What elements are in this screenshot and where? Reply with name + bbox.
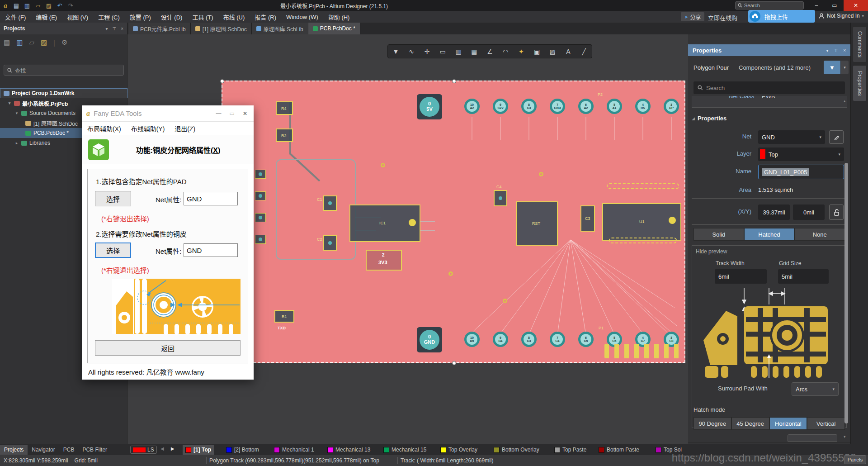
panel-tab-pcb[interactable]: PCB: [59, 445, 79, 455]
measure-icon[interactable]: ∠: [483, 48, 496, 55]
x-field[interactable]: 39.37mil: [758, 204, 790, 220]
menu-view[interactable]: 视图 (V): [62, 13, 93, 21]
menu-place[interactable]: 放置 (P): [125, 13, 156, 21]
component-c2[interactable]: C2: [323, 235, 337, 251]
layer-set-button[interactable]: LS: [130, 446, 157, 454]
component-r4[interactable]: R4: [276, 101, 293, 115]
select-area-icon[interactable]: ▭: [436, 48, 449, 55]
properties-search[interactable]: Search: [693, 81, 845, 94]
pad[interactable]: 9SV2: [493, 99, 508, 114]
filter-caret-button[interactable]: ▾: [841, 61, 849, 74]
save-icon[interactable]: ▤: [11, 2, 22, 9]
panel-tab-pcb-filter[interactable]: PCB Filter: [78, 445, 111, 455]
net-class-row-clipped[interactable]: Net Class PWR: [692, 96, 847, 108]
online-store-link[interactable]: 立即在线购: [708, 13, 737, 22]
pad[interactable]: 4RS: [635, 99, 651, 114]
layer-tab-mech15[interactable]: Mechanical 15: [381, 445, 429, 455]
panel-pin-icon[interactable]: ⊤: [112, 26, 116, 31]
fill-none-button[interactable]: None: [794, 228, 845, 241]
text-icon[interactable]: A: [562, 48, 575, 55]
via[interactable]: [448, 271, 453, 276]
filter-icon[interactable]: ▼: [389, 48, 402, 55]
layer-next-icon[interactable]: ▶: [171, 446, 175, 451]
pcb-board-polygon[interactable]: 05V 0GND 10A2 9SV2 8C3 7GND 6A2 5A1 4RS …: [222, 81, 685, 363]
panel-tab-projects[interactable]: Projects: [0, 445, 28, 455]
component-3v3[interactable]: 2 3V3: [366, 250, 402, 271]
polygon-pour-icon[interactable]: ▨: [546, 48, 559, 55]
key-icon[interactable]: ✦: [515, 48, 528, 55]
move-icon[interactable]: ✛: [421, 48, 434, 55]
component-c4[interactable]: C4: [494, 190, 507, 206]
layer-tab-bottom-paste[interactable]: Bottom Paste: [596, 445, 642, 455]
expander-icon[interactable]: ▾: [7, 101, 12, 105]
section-properties[interactable]: ◢ Properties: [692, 115, 726, 122]
fill-solid-button[interactable]: Solid: [693, 228, 744, 241]
pad[interactable]: 6A2: [578, 99, 594, 114]
select-pad-button[interactable]: 选择: [95, 191, 131, 206]
open-icon[interactable]: ▱: [29, 38, 34, 47]
lock-button[interactable]: [829, 204, 844, 220]
dialog-title-bar[interactable]: a Fany EDA Tools — ▭ ✕: [82, 105, 254, 122]
panels-button[interactable]: Panels: [844, 455, 866, 464]
y-field[interactable]: 0mil: [793, 204, 825, 220]
grid-icon[interactable]: ▦: [468, 48, 481, 55]
undo-icon[interactable]: ↶: [54, 2, 65, 9]
open-icon[interactable]: ▱: [33, 2, 43, 9]
pad[interactable]: 8C3: [521, 332, 537, 347]
compare-icon[interactable]: ▥: [16, 38, 23, 47]
net-select[interactable]: GND▾: [758, 130, 825, 144]
net-highlight-icon[interactable]: ∿: [405, 48, 418, 55]
save-icon[interactable]: ▤: [4, 38, 10, 47]
via[interactable]: [539, 172, 543, 176]
layer-tab-mech13[interactable]: Mechanical 13: [325, 445, 373, 455]
global-search[interactable]: Search: [735, 1, 804, 10]
component-r2[interactable]: R2: [276, 128, 293, 142]
component-c3[interactable]: C3: [580, 205, 595, 232]
selection-handle[interactable]: [220, 79, 224, 83]
layer-tab-mech1[interactable]: Mechanical 1: [271, 445, 317, 455]
menu-window[interactable]: Window (W): [281, 14, 323, 20]
share-button[interactable]: ➤ 分享: [681, 12, 704, 21]
inductor-footprint[interactable]: [609, 238, 677, 243]
pad[interactable]: 3DP: [664, 99, 679, 114]
tab-schdoc[interactable]: [1] 原理图.SchDoc: [191, 23, 252, 34]
expander-icon[interactable]: ▾: [14, 111, 19, 115]
dialog-menu-exit[interactable]: 退出(Z): [175, 124, 195, 133]
layer-tab-bottom-overlay[interactable]: Bottom Overlay: [491, 445, 542, 455]
panel-pin-icon[interactable]: ⊤: [834, 48, 838, 53]
component-cap[interactable]: [255, 191, 266, 200]
layer-tab-top-overlay[interactable]: Top Overlay: [438, 445, 480, 455]
hide-preview-link[interactable]: Hide preview: [696, 248, 727, 255]
folder-settings-icon[interactable]: ▨: [41, 38, 47, 47]
component-cap[interactable]: [255, 213, 266, 222]
panel-dropdown-icon[interactable]: ▾: [826, 48, 828, 53]
component-rst[interactable]: RST: [516, 201, 558, 246]
pad[interactable]: 10A2: [464, 99, 480, 114]
restore-button[interactable]: ▭: [826, 0, 844, 11]
pad-5v[interactable]: 05V: [417, 94, 442, 119]
hatch-45-button[interactable]: 45 Degree: [731, 417, 769, 430]
dialog-menu-layout[interactable]: 布局辅助(X): [87, 124, 121, 133]
filter-scope-label[interactable]: Components (and 12 more): [739, 64, 811, 71]
pad[interactable]: 5A1: [607, 99, 622, 114]
menu-tools[interactable]: 工具 (T): [187, 13, 218, 21]
hatch-horizontal-button[interactable]: Horizontal: [769, 417, 807, 430]
menu-project[interactable]: 工程 (C): [93, 13, 125, 21]
pad-gnd[interactable]: 0GND: [417, 327, 442, 352]
net1-input[interactable]: [184, 192, 238, 205]
layer-tab-top[interactable]: [1] Top: [183, 445, 214, 455]
scrollbar-thumb[interactable]: [844, 163, 848, 423]
tab-properties[interactable]: Properties: [853, 65, 867, 101]
tab-pcbdoc[interactable]: PCB.PcbDoc *: [308, 23, 360, 34]
selection-handle[interactable]: [452, 361, 456, 365]
panel-tab-navigator[interactable]: Navigator: [28, 445, 59, 455]
properties-header[interactable]: Properties ▾ ⊤ ×: [688, 44, 850, 56]
back-button[interactable]: 返回: [95, 340, 241, 356]
arc-icon[interactable]: ◠: [499, 48, 512, 55]
dialog-maximize-button[interactable]: ▭: [230, 110, 235, 117]
layer-select[interactable]: Top▾: [758, 147, 844, 161]
panel-close-icon[interactable]: ×: [121, 26, 123, 31]
pad[interactable]: 7GND: [550, 99, 565, 114]
edge-pads[interactable]: [604, 344, 681, 358]
menu-edit[interactable]: 编辑 (E): [31, 13, 62, 21]
